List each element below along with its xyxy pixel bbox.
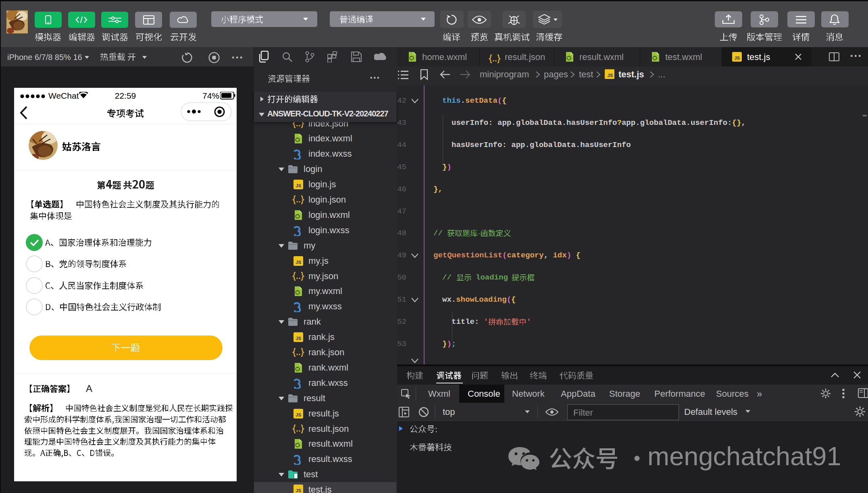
svg-text:JS: JS [296,336,301,341]
svg-text:JS: JS [735,56,740,60]
svg-text:JS: JS [296,488,301,493]
svg-text:JS: JS [296,412,301,417]
svg-text:JS: JS [608,73,613,78]
svg-text:JS: JS [296,183,301,188]
svg-text:JS: JS [296,260,301,265]
